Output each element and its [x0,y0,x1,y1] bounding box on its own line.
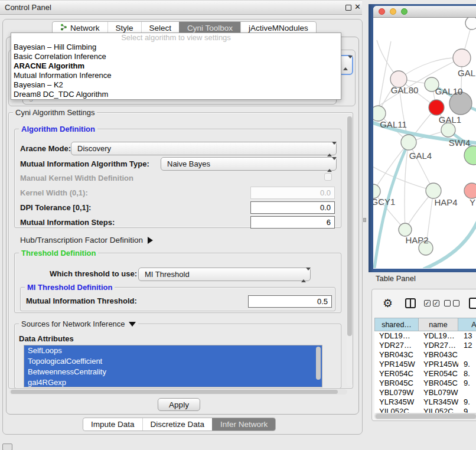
network-canvas[interactable]: GALGAL80GAL10GAL1GAL11SWI4GAL4GCY1HAP4YH… [373,18,476,268]
algorithm-option[interactable]: Mutual Information Inference [11,71,341,80]
mi-threshold-field[interactable]: 0.5 [248,295,332,308]
checkbox-unchecked-icon[interactable] [453,300,459,306]
zoom-traffic-light-icon[interactable] [401,8,407,15]
table-toolbar: ⚙ ✓ ✓ [372,296,476,312]
node-label: SWI4 [449,138,471,148]
minimize-traffic-light-icon[interactable] [390,8,396,15]
tab-discretize-data[interactable]: Discretize Data [142,418,213,431]
table-cell: YIL052C [419,407,458,413]
mi-threshold-label: Mutual Information Threshold: [26,295,137,307]
table-row[interactable]: YBR043CYBR043C [374,350,476,360]
gear-icon[interactable]: ⚙ [383,296,393,310]
tab-infer-network[interactable]: Infer Network [212,418,275,431]
node-gal1[interactable] [429,100,444,115]
table-cell: 8. [458,369,476,379]
apply-button[interactable]: Apply [158,398,200,411]
checkbox-checked-icon[interactable]: ✓ [433,300,439,306]
algorithm-option[interactable]: Bayesian – K2 [11,80,341,90]
table-row[interactable]: YIL052CYIL052C9. [374,407,476,413]
node-salmon[interactable] [464,183,476,198]
table-row[interactable]: YDL19…YDL19…13 [374,331,476,341]
node-hap4[interactable] [426,183,441,198]
list-scrollbar[interactable] [316,347,321,380]
node-gal4[interactable] [401,135,416,150]
network-edge[interactable] [409,142,433,191]
data-attributes-list[interactable]: SelfLoopsTopologicalCoefficientBetweenne… [24,345,322,387]
table-cell: YDR27… [419,341,458,350]
mi-algorithm-type-combobox[interactable]: Naive Bayes [161,157,337,171]
table-cell [458,350,476,360]
expanded-arrow-icon [129,322,136,327]
data-attribute-item[interactable]: BetweennessCentrality [24,367,322,377]
dpi-tolerance-field[interactable]: 0.0 [250,201,335,214]
table-row[interactable]: YLR345WYLR345W9. [374,397,476,407]
network-window-titlebar[interactable] [373,6,476,18]
table-row[interactable]: YDR27…YDR27…12 [374,341,476,350]
aracne-mode-label: Aracne Mode: [20,143,71,155]
algorithm-option[interactable]: Basic Correlation Inference [11,52,341,61]
column-header-name[interactable]: name [419,318,458,331]
table-cell: YBR045C [419,379,458,388]
table-cell: 12 [458,341,476,350]
algorithm-option[interactable]: Dream8 DC_TDC Algorithm [11,90,341,99]
checkbox-unchecked-icon[interactable] [444,300,451,306]
node-top-partial[interactable] [465,18,476,30]
node-green-right[interactable] [464,146,476,165]
hub-section-toggle[interactable]: Hub/Transcription Factor Definition [20,234,153,246]
table-cell: YBR045C [374,379,419,388]
table-row[interactable]: YPR145WYPR145W9. [374,360,476,369]
network-edge[interactable] [423,210,476,268]
settings-vertical-scrollbar[interactable] [347,115,353,386]
table-cell: 9. [458,379,476,388]
data-attributes-label: Data Attributes [19,333,74,345]
table-cell: YDL19… [419,331,458,341]
node-swi4[interactable] [441,123,455,137]
column-header-partial[interactable]: A [458,318,476,331]
panel-title: Control Panel [5,3,51,12]
which-threshold-combobox[interactable]: MI Threshold [138,268,311,281]
column-header-shared[interactable]: shared… [374,318,419,331]
mi-algorithm-type-label: Mutual Information Algorithm Type: [20,158,149,170]
combo-arrows-icon [343,58,348,67]
node-hap2[interactable] [399,223,412,236]
data-attribute-item[interactable]: SelfLoops [24,345,322,356]
minimized-panel-icon[interactable] [2,444,12,450]
settings-horizontal-scrollbar[interactable] [9,389,347,394]
data-attribute-item[interactable]: gal4RGexp [24,377,322,387]
data-attribute-item[interactable]: TopologicalCoefficient [24,356,322,367]
checkbox-checked-icon[interactable]: ✓ [424,300,431,306]
algorithm-option[interactable]: ARACNE Algorithm [11,61,341,71]
table-panel-title: Table Panel [376,274,416,283]
table-cell: YBR043C [374,350,419,360]
mi-steps-field[interactable]: 6 [250,216,335,229]
manual-kernel-width-checkbox[interactable] [324,173,332,181]
close-traffic-light-icon[interactable] [379,8,385,15]
network-edge[interactable] [378,41,391,113]
document-icon[interactable] [469,298,476,309]
sources-group-title[interactable]: Sources for Network Inference [19,319,138,328]
close-icon[interactable]: ✕ [354,2,361,11]
table-cell: 13 [458,331,476,341]
node-gal-pink[interactable] [453,49,471,67]
float-window-icon[interactable] [345,5,351,11]
table-cell: YDR27… [374,341,419,350]
dpi-tolerance-label: DPI Tolerance [0,1]: [20,202,91,214]
table-row[interactable]: YER054CYER054C8. [374,369,476,379]
kernel-width-field[interactable]: 0.0 [250,187,335,199]
panel-divider-grip[interactable] [363,218,366,222]
aracne-mode-combobox[interactable]: Discovery [71,142,337,155]
split-columns-icon[interactable] [405,298,416,308]
network-edge[interactable] [405,142,409,230]
table-row[interactable]: YBL079WYBL079W [374,388,476,397]
table-horizontal-scrollbar[interactable] [374,413,476,419]
algorithm-option[interactable]: Bayesian – Hill Climbing [11,43,341,52]
mi-threshold-definition-title: MI Threshold Definition [25,283,115,292]
node-label: HAP4 [434,197,457,207]
table-cell: 9. [458,397,476,407]
combo-arrows-icon [327,145,332,154]
table-cell: YDL19… [374,331,419,341]
table-row[interactable]: YBR045CYBR045C9. [374,379,476,388]
network-edge[interactable] [399,58,462,79]
table-cell: YBL079W [419,388,458,397]
tab-impute-data[interactable]: Impute Data [83,418,142,431]
